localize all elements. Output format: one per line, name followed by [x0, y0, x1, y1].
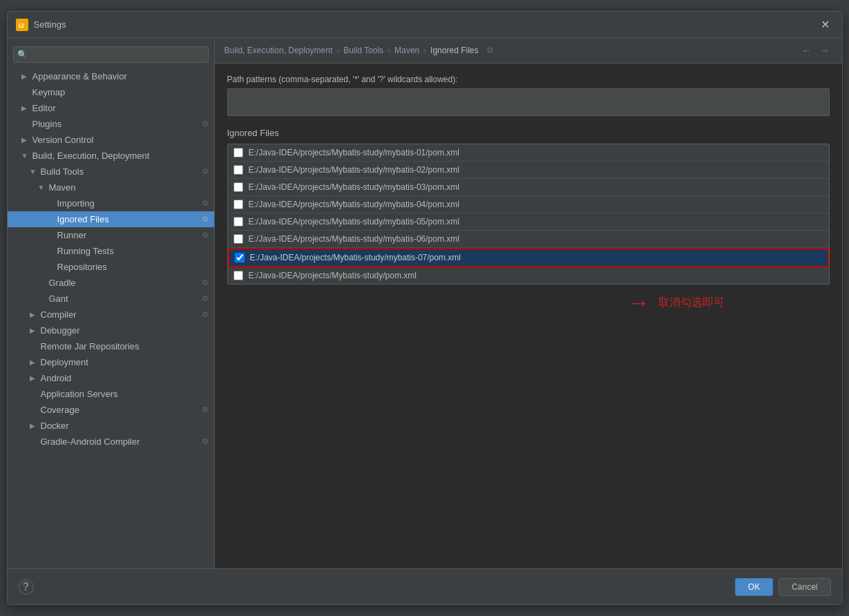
file-path-4: E:/Java-IDEA/projects/Mybatis-study/myba… — [249, 200, 459, 209]
sidebar-item-debugger[interactable]: ▶ Debugger — [8, 323, 214, 338]
file-checkbox-3[interactable] — [233, 182, 243, 192]
path-patterns-input[interactable] — [227, 88, 830, 116]
sidebar-item-label: Coverage — [41, 405, 79, 415]
file-path-8: E:/Java-IDEA/projects/Mybatis-study/pom.… — [249, 271, 417, 280]
sidebar-item-label: Ignored Files — [57, 214, 109, 224]
sidebar-item-version-control[interactable]: ▶ Version Control — [8, 132, 214, 148]
breadcrumb-part-4: Ignored Files — [430, 46, 478, 55]
file-checkbox-5[interactable] — [233, 217, 243, 227]
breadcrumb-forward-button[interactable]: → — [817, 44, 832, 57]
sidebar-item-label: Maven — [49, 182, 76, 193]
breadcrumb-sep-1: › — [336, 46, 339, 55]
sidebar-item-build-tools[interactable]: ▼ Build Tools ⚙ — [8, 164, 214, 180]
sidebar-item-runner[interactable]: Runner ⚙ — [8, 227, 214, 243]
sidebar-item-label: Runner — [57, 230, 87, 240]
cancel-button[interactable]: Cancel — [779, 578, 830, 596]
breadcrumb-part-3[interactable]: Maven — [394, 46, 419, 55]
arrow-icon: ▶ — [30, 374, 38, 382]
sidebar-item-remote-jar[interactable]: Remote Jar Repositories — [8, 338, 214, 354]
search-box: 🔍 — [13, 46, 209, 63]
sidebar-item-label: Importing — [57, 198, 95, 209]
sidebar-item-gradle[interactable]: Gradle ⚙ — [8, 275, 214, 291]
file-checkbox-6[interactable] — [233, 234, 243, 244]
file-item: E:/Java-IDEA/projects/Mybatis-study/myba… — [228, 144, 829, 162]
title-bar: IJ Settings ✕ — [8, 12, 842, 38]
file-checkbox-7[interactable] — [235, 253, 245, 262]
path-patterns-label: Path patterns (comma-separated, '*' and … — [227, 75, 830, 84]
ok-button[interactable]: OK — [735, 578, 773, 596]
arrow-icon: ▶ — [30, 311, 38, 318]
file-item: E:/Java-IDEA/projects/Mybatis-study/myba… — [228, 231, 829, 248]
settings-icon: ⚙ — [202, 405, 209, 414]
settings-icon: ⚙ — [202, 231, 209, 240]
settings-icon: ⚙ — [202, 167, 209, 176]
help-button[interactable]: ? — [19, 579, 34, 595]
sidebar-item-appearance[interactable]: ▶ Appearance & Behavior — [8, 68, 214, 84]
dialog-title: Settings — [34, 19, 817, 30]
file-path-6: E:/Java-IDEA/projects/Mybatis-study/myba… — [249, 234, 459, 244]
sidebar-item-label: Version Control — [32, 135, 94, 145]
sidebar-item-android[interactable]: ▶ Android — [8, 370, 214, 386]
sidebar-item-editor[interactable]: ▶ Editor — [8, 100, 214, 116]
breadcrumb-part-2[interactable]: Build Tools — [343, 46, 383, 55]
right-panel: Build, Execution, Deployment › Build Too… — [215, 38, 842, 568]
settings-icon: ⚙ — [202, 119, 209, 128]
ignored-files-list: E:/Java-IDEA/projects/Mybatis-study/myba… — [227, 144, 830, 285]
settings-icon: ⚙ — [202, 215, 209, 224]
settings-icon: ⚙ — [202, 278, 209, 287]
sidebar-item-label: Running Tests — [57, 246, 114, 256]
sidebar-item-coverage[interactable]: Coverage ⚙ — [8, 402, 214, 418]
breadcrumb-back-button[interactable]: ← — [799, 44, 814, 57]
breadcrumb-part-1[interactable]: Build, Execution, Deployment — [225, 46, 333, 55]
arrow-icon: ▶ — [30, 327, 38, 334]
dialog-footer: ? OK Cancel — [8, 568, 842, 604]
sidebar-item-maven[interactable]: ▼ Maven — [8, 180, 214, 195]
file-item: E:/Java-IDEA/projects/Mybatis-study/myba… — [228, 213, 829, 231]
breadcrumb-nav: ← → — [799, 44, 832, 57]
sidebar-item-gant[interactable]: Gant ⚙ — [8, 291, 214, 307]
sidebar-item-compiler[interactable]: ▶ Compiler ⚙ — [8, 307, 214, 323]
file-checkbox-2[interactable] — [233, 165, 243, 175]
sidebar-item-plugins[interactable]: Plugins ⚙ — [8, 116, 214, 132]
sidebar-item-label: Android — [41, 373, 72, 383]
sidebar-item-build-exec-deploy[interactable]: ▼ Build, Execution, Deployment — [8, 148, 214, 164]
sidebar-item-keymap[interactable]: Keymap — [8, 84, 214, 100]
file-item-highlighted: E:/Java-IDEA/projects/Mybatis-study/myba… — [228, 248, 829, 267]
arrow-icon: ▶ — [21, 73, 30, 80]
sidebar-item-label: Repositories — [57, 262, 107, 272]
file-item: E:/Java-IDEA/projects/Mybatis-study/myba… — [228, 162, 829, 179]
sidebar-item-label: Plugins — [32, 119, 62, 129]
sidebar-item-app-servers[interactable]: Application Servers — [8, 386, 214, 402]
sidebar-item-gradle-android[interactable]: Gradle-Android Compiler ⚙ — [8, 434, 214, 450]
sidebar-item-repositories[interactable]: Repositories — [8, 259, 214, 275]
arrow-icon: ▶ — [30, 358, 38, 366]
svg-text:IJ: IJ — [19, 22, 24, 29]
file-checkbox-4[interactable] — [233, 200, 243, 209]
sidebar-item-label: Build, Execution, Deployment — [32, 151, 150, 161]
annotation-text: 取消勾选即可 — [658, 296, 725, 310]
sidebar-item-label: Gradle-Android Compiler — [41, 436, 140, 447]
arrow-icon: ▼ — [38, 184, 46, 191]
settings-dialog: IJ Settings ✕ 🔍 ▶ Appearance & Behavior … — [7, 11, 843, 605]
annotation-group: → 取消勾选即可 — [628, 291, 725, 314]
breadcrumb-settings-icon: ⚙ — [486, 46, 494, 55]
sidebar-item-deployment[interactable]: ▶ Deployment — [8, 354, 214, 370]
footer-buttons: OK Cancel — [735, 578, 831, 596]
breadcrumb-sep-2: › — [388, 46, 390, 55]
sidebar-item-label: Docker — [41, 421, 69, 431]
sidebar-item-importing[interactable]: Importing ⚙ — [8, 195, 214, 211]
file-item: E:/Java-IDEA/projects/Mybatis-study/myba… — [228, 179, 829, 196]
sidebar-item-running-tests[interactable]: Running Tests — [8, 243, 214, 259]
breadcrumb-sep-3: › — [423, 46, 426, 55]
sidebar-item-docker[interactable]: ▶ Docker — [8, 418, 214, 434]
file-checkbox-1[interactable] — [233, 148, 243, 157]
file-checkbox-8[interactable] — [233, 271, 243, 280]
search-input[interactable] — [13, 46, 209, 63]
app-icon: IJ — [16, 19, 28, 31]
close-button[interactable]: ✕ — [817, 17, 834, 32]
sidebar-item-label: Editor — [32, 103, 56, 113]
file-path-1: E:/Java-IDEA/projects/Mybatis-study/myba… — [249, 148, 459, 157]
sidebar-item-ignored-files[interactable]: Ignored Files ⚙ — [8, 211, 214, 227]
arrow-icon: ▶ — [21, 104, 30, 112]
sidebar-item-label: Application Servers — [41, 389, 118, 399]
